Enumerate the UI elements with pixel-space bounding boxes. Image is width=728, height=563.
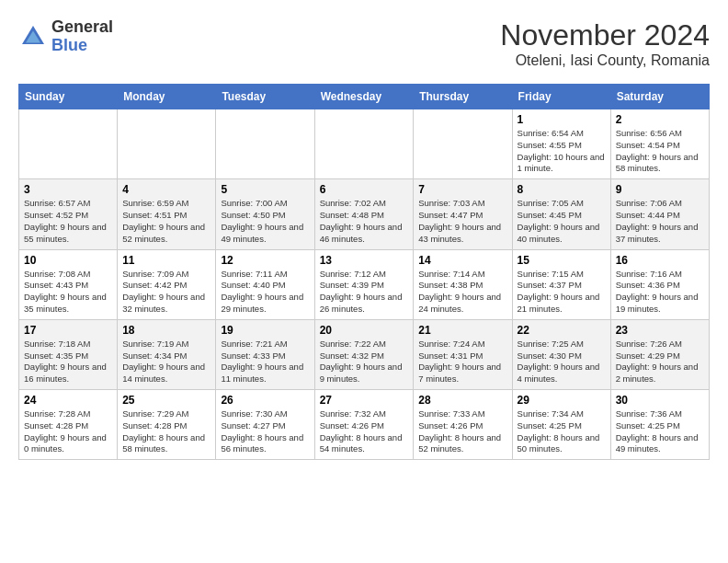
day-info: Sunrise: 7:02 AM Sunset: 4:48 PM Dayligh… bbox=[320, 198, 409, 245]
calendar-cell: 14Sunrise: 7:14 AM Sunset: 4:38 PM Dayli… bbox=[414, 249, 512, 319]
calendar-cell: 3Sunrise: 6:57 AM Sunset: 4:52 PM Daylig… bbox=[19, 179, 118, 249]
day-info: Sunrise: 6:56 AM Sunset: 4:54 PM Dayligh… bbox=[616, 128, 704, 175]
calendar-cell: 13Sunrise: 7:12 AM Sunset: 4:39 PM Dayli… bbox=[314, 249, 414, 319]
calendar-table: SundayMondayTuesdayWednesdayThursdayFrid… bbox=[18, 84, 710, 460]
calendar-cell: 1Sunrise: 6:54 AM Sunset: 4:55 PM Daylig… bbox=[512, 109, 610, 179]
day-number: 7 bbox=[418, 183, 506, 196]
calendar-cell bbox=[414, 109, 512, 179]
day-number: 19 bbox=[221, 324, 309, 337]
day-number: 10 bbox=[24, 254, 112, 267]
day-info: Sunrise: 7:28 AM Sunset: 4:28 PM Dayligh… bbox=[24, 408, 112, 455]
calendar-header-wednesday: Wednesday bbox=[314, 85, 414, 109]
calendar-cell: 2Sunrise: 6:56 AM Sunset: 4:54 PM Daylig… bbox=[610, 109, 709, 179]
calendar-header-friday: Friday bbox=[512, 85, 610, 109]
calendar-row-3: 17Sunrise: 7:18 AM Sunset: 4:35 PM Dayli… bbox=[19, 319, 710, 389]
calendar-cell bbox=[216, 109, 314, 179]
day-info: Sunrise: 7:19 AM Sunset: 4:34 PM Dayligh… bbox=[122, 339, 210, 385]
day-number: 25 bbox=[122, 394, 210, 407]
day-info: Sunrise: 7:36 AM Sunset: 4:25 PM Dayligh… bbox=[616, 408, 704, 455]
calendar-header-tuesday: Tuesday bbox=[216, 85, 314, 109]
day-info: Sunrise: 7:14 AM Sunset: 4:38 PM Dayligh… bbox=[418, 269, 506, 316]
title-section: November 2024 Oteleni, Iasi County, Roma… bbox=[500, 18, 710, 69]
day-info: Sunrise: 7:29 AM Sunset: 4:28 PM Dayligh… bbox=[122, 408, 210, 455]
calendar-cell: 21Sunrise: 7:24 AM Sunset: 4:31 PM Dayli… bbox=[414, 319, 512, 389]
calendar-cell: 23Sunrise: 7:26 AM Sunset: 4:29 PM Dayli… bbox=[610, 319, 709, 389]
calendar-cell: 25Sunrise: 7:29 AM Sunset: 4:28 PM Dayli… bbox=[118, 390, 216, 460]
calendar-header-sunday: Sunday bbox=[19, 85, 118, 109]
day-info: Sunrise: 7:34 AM Sunset: 4:25 PM Dayligh… bbox=[518, 408, 606, 455]
calendar-cell: 20Sunrise: 7:22 AM Sunset: 4:32 PM Dayli… bbox=[314, 319, 414, 389]
day-info: Sunrise: 7:21 AM Sunset: 4:33 PM Dayligh… bbox=[221, 339, 309, 385]
day-info: Sunrise: 7:00 AM Sunset: 4:50 PM Dayligh… bbox=[221, 198, 309, 245]
day-info: Sunrise: 7:06 AM Sunset: 4:44 PM Dayligh… bbox=[616, 198, 704, 245]
day-number: 8 bbox=[518, 183, 606, 196]
calendar-cell: 24Sunrise: 7:28 AM Sunset: 4:28 PM Dayli… bbox=[19, 390, 118, 460]
day-number: 3 bbox=[24, 183, 112, 196]
day-number: 12 bbox=[221, 254, 309, 267]
day-number: 1 bbox=[518, 113, 606, 126]
day-info: Sunrise: 7:32 AM Sunset: 4:26 PM Dayligh… bbox=[320, 408, 409, 455]
calendar-cell: 27Sunrise: 7:32 AM Sunset: 4:26 PM Dayli… bbox=[314, 390, 414, 460]
logo-icon bbox=[18, 22, 48, 52]
calendar-row-1: 3Sunrise: 6:57 AM Sunset: 4:52 PM Daylig… bbox=[19, 179, 710, 249]
calendar-cell: 18Sunrise: 7:19 AM Sunset: 4:34 PM Dayli… bbox=[118, 319, 216, 389]
calendar-cell: 26Sunrise: 7:30 AM Sunset: 4:27 PM Dayli… bbox=[216, 390, 314, 460]
calendar-cell: 12Sunrise: 7:11 AM Sunset: 4:40 PM Dayli… bbox=[216, 249, 314, 319]
day-info: Sunrise: 7:33 AM Sunset: 4:26 PM Dayligh… bbox=[418, 408, 506, 455]
month-title: November 2024 bbox=[500, 18, 710, 52]
day-info: Sunrise: 7:22 AM Sunset: 4:32 PM Dayligh… bbox=[320, 339, 409, 385]
day-number: 18 bbox=[122, 324, 210, 337]
day-number: 26 bbox=[221, 394, 309, 407]
day-number: 22 bbox=[518, 324, 606, 337]
day-number: 6 bbox=[320, 183, 409, 196]
day-info: Sunrise: 7:11 AM Sunset: 4:40 PM Dayligh… bbox=[221, 269, 309, 316]
calendar-header-row: SundayMondayTuesdayWednesdayThursdayFrid… bbox=[19, 85, 710, 109]
day-number: 5 bbox=[221, 183, 309, 196]
day-number: 27 bbox=[320, 394, 409, 407]
calendar-cell: 10Sunrise: 7:08 AM Sunset: 4:43 PM Dayli… bbox=[19, 249, 118, 319]
calendar-cell: 4Sunrise: 6:59 AM Sunset: 4:51 PM Daylig… bbox=[118, 179, 216, 249]
day-info: Sunrise: 7:03 AM Sunset: 4:47 PM Dayligh… bbox=[418, 198, 506, 245]
day-info: Sunrise: 6:59 AM Sunset: 4:51 PM Dayligh… bbox=[122, 198, 210, 245]
day-number: 20 bbox=[320, 324, 409, 337]
calendar-cell: 11Sunrise: 7:09 AM Sunset: 4:42 PM Dayli… bbox=[118, 249, 216, 319]
day-number: 24 bbox=[24, 394, 112, 407]
day-number: 23 bbox=[616, 324, 704, 337]
calendar-cell: 15Sunrise: 7:15 AM Sunset: 4:37 PM Dayli… bbox=[512, 249, 610, 319]
calendar-cell: 7Sunrise: 7:03 AM Sunset: 4:47 PM Daylig… bbox=[414, 179, 512, 249]
calendar-header-thursday: Thursday bbox=[414, 85, 512, 109]
location-title: Oteleni, Iasi County, Romania bbox=[500, 52, 710, 69]
day-number: 4 bbox=[122, 183, 210, 196]
calendar-cell: 17Sunrise: 7:18 AM Sunset: 4:35 PM Dayli… bbox=[19, 319, 118, 389]
day-number: 2 bbox=[616, 113, 704, 126]
day-number: 17 bbox=[24, 324, 112, 337]
day-info: Sunrise: 6:57 AM Sunset: 4:52 PM Dayligh… bbox=[24, 198, 112, 245]
day-number: 21 bbox=[418, 324, 506, 337]
day-number: 14 bbox=[418, 254, 506, 267]
calendar-cell: 9Sunrise: 7:06 AM Sunset: 4:44 PM Daylig… bbox=[610, 179, 709, 249]
day-number: 16 bbox=[616, 254, 704, 267]
day-info: Sunrise: 7:08 AM Sunset: 4:43 PM Dayligh… bbox=[24, 269, 112, 316]
day-number: 13 bbox=[320, 254, 409, 267]
day-info: Sunrise: 7:16 AM Sunset: 4:36 PM Dayligh… bbox=[616, 269, 704, 316]
day-info: Sunrise: 7:25 AM Sunset: 4:30 PM Dayligh… bbox=[518, 339, 606, 385]
day-info: Sunrise: 7:05 AM Sunset: 4:45 PM Dayligh… bbox=[518, 198, 606, 245]
logo-general: General bbox=[51, 18, 113, 37]
day-info: Sunrise: 7:12 AM Sunset: 4:39 PM Dayligh… bbox=[320, 269, 409, 316]
calendar-row-0: 1Sunrise: 6:54 AM Sunset: 4:55 PM Daylig… bbox=[19, 109, 710, 179]
day-number: 29 bbox=[518, 394, 606, 407]
calendar-header-monday: Monday bbox=[118, 85, 216, 109]
calendar-cell: 30Sunrise: 7:36 AM Sunset: 4:25 PM Dayli… bbox=[610, 390, 709, 460]
calendar-row-4: 24Sunrise: 7:28 AM Sunset: 4:28 PM Dayli… bbox=[19, 390, 710, 460]
calendar-header-saturday: Saturday bbox=[610, 85, 709, 109]
day-number: 28 bbox=[418, 394, 506, 407]
calendar-cell bbox=[314, 109, 414, 179]
day-number: 9 bbox=[616, 183, 704, 196]
day-number: 15 bbox=[518, 254, 606, 267]
day-info: Sunrise: 7:09 AM Sunset: 4:42 PM Dayligh… bbox=[122, 269, 210, 316]
calendar-cell: 8Sunrise: 7:05 AM Sunset: 4:45 PM Daylig… bbox=[512, 179, 610, 249]
calendar-cell: 5Sunrise: 7:00 AM Sunset: 4:50 PM Daylig… bbox=[216, 179, 314, 249]
page-header: General Blue November 2024 Oteleni, Iasi… bbox=[18, 18, 710, 69]
calendar-cell: 29Sunrise: 7:34 AM Sunset: 4:25 PM Dayli… bbox=[512, 390, 610, 460]
calendar-cell: 16Sunrise: 7:16 AM Sunset: 4:36 PM Dayli… bbox=[610, 249, 709, 319]
